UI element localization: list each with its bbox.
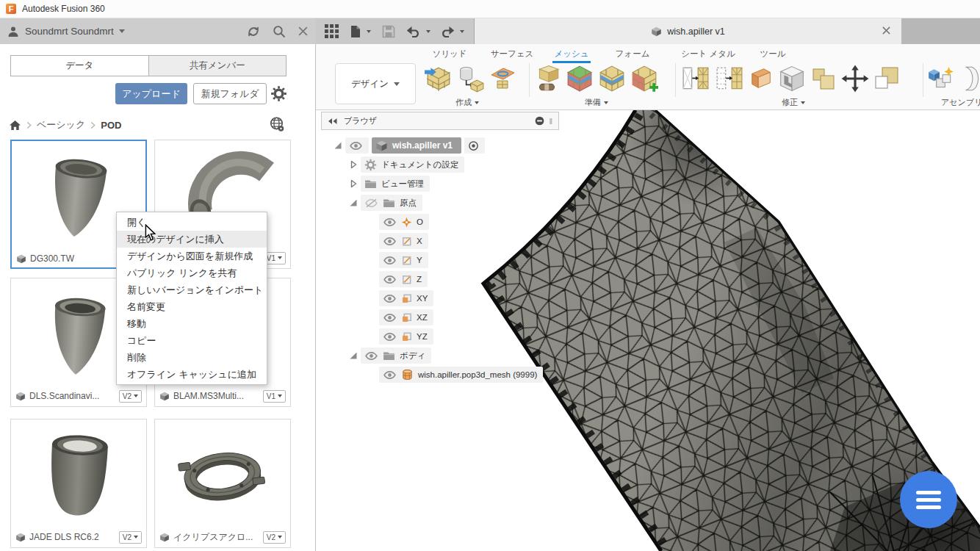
breadcrumb-pod[interactable]: POD [101,120,121,131]
visibility-eye-icon[interactable] [383,294,397,303]
ribbon-group-prepare[interactable]: 準備 [585,97,608,108]
workspace-selector-button[interactable]: デザイン [335,63,416,104]
account-name[interactable]: Soundmrt Soundmrt [25,26,114,37]
browser-row-plane-xz[interactable]: XZ [379,309,433,326]
browser-row-bodies[interactable]: ボディ [349,347,431,364]
app-grid-icon[interactable] [325,24,339,38]
menu-item-copy[interactable]: コピー [117,332,267,349]
ribbon-tab-form[interactable]: フォーム [616,48,650,60]
collapsed-triangle-icon[interactable] [349,160,358,169]
expanded-triangle-icon[interactable] [349,351,358,360]
ribbon-group-assemble[interactable]: アセンブリ [941,97,980,108]
new-folder-button[interactable]: 新規フォルダ [193,83,267,104]
design-tile-eclipse[interactable]: イクリプスアクロ... V2 [154,419,291,548]
ribbon-tab-solid[interactable]: ソリッド [432,48,466,60]
document-tab[interactable]: wish.apiller v1 [474,18,901,44]
generate-face-groups-icon[interactable] [533,65,561,93]
breadcrumb-basic[interactable]: ベーシック [37,118,85,132]
reduce-icon[interactable] [715,65,744,93]
menu-item-insert-into-design[interactable]: 現在のデザインに挿入 [117,231,267,248]
settings-gear-icon[interactable] [270,85,287,102]
visibility-eye-icon[interactable] [383,256,397,265]
browser-row-origin-point[interactable]: O [379,213,429,231]
ribbon-group-modify[interactable]: 修正 [782,97,805,108]
ribbon-group-create[interactable]: 作成 [455,97,479,108]
browser-row-axis-x[interactable]: X [379,232,428,250]
face-groups-add-icon[interactable] [630,65,658,93]
redo-chevron-down-icon[interactable] [460,30,464,33]
share-globe-icon[interactable] [269,116,285,132]
browser-row-axis-y[interactable]: Y [379,251,428,269]
create-mesh-from-body-icon[interactable] [457,65,485,93]
visibility-off-eye-icon[interactable] [364,198,378,208]
upload-button[interactable]: アップロード [115,83,187,104]
menu-item-move[interactable]: 移動 [117,315,267,332]
menu-item-rename[interactable]: 名前変更 [117,298,267,315]
refresh-icon[interactable] [246,25,261,38]
browser-row-document-settings[interactable]: ドキュメントの設定 [349,156,464,173]
version-dropdown[interactable]: V2 [119,531,142,544]
expanded-triangle-icon[interactable] [334,141,342,150]
face-groups-paint-icon[interactable] [566,65,594,93]
browser-row-root[interactable]: wish.apiller v1 [334,137,485,154]
menu-item-share-public-link[interactable]: パブリック リンクを共有 [117,264,267,281]
ribbon-tab-sheetmetal[interactable]: シート メタル [681,48,735,60]
browser-row-plane-yz[interactable]: YZ [379,328,433,345]
menu-item-import-new-version[interactable]: 新しいバージョンをインポート [117,281,267,298]
ribbon-tab-surface[interactable]: サーフェス [491,48,534,60]
collapsed-triangle-icon[interactable] [349,179,358,188]
tab-shared-members[interactable]: 共有メンバー [149,56,287,76]
new-file-chevron-down-icon[interactable] [367,30,371,33]
visibility-eye-icon[interactable] [383,217,397,227]
document-tab-close-icon[interactable] [882,26,891,35]
browser-row-view-management[interactable]: ビュー管理 [349,175,430,192]
version-dropdown[interactable]: V1 [263,390,286,403]
combine-icon[interactable] [810,65,837,93]
account-chevron-down-icon[interactable] [119,29,125,33]
collapse-browser-icon[interactable] [328,118,338,125]
browser-row-mesh-body[interactable]: wish.apiller.pop3d_mesh (9999) [379,366,543,383]
new-file-icon[interactable] [350,25,361,38]
face-groups-band-icon[interactable] [598,65,626,93]
home-icon[interactable] [9,120,21,131]
mesh-section-sketch-icon[interactable] [489,65,516,91]
browser-row-origin[interactable]: 原点 [349,194,422,212]
shell-mesh-icon[interactable] [749,65,774,93]
3d-viewport[interactable]: ブラウザ ‖ wish.apiller v1 ドキュメントの設定 [316,110,980,551]
browser-grip-handle[interactable]: ‖ [549,117,552,126]
navigation-menu-fab[interactable] [900,471,957,528]
visibility-eye-icon[interactable] [383,275,397,284]
visibility-eye-icon[interactable] [349,141,363,151]
visibility-eye-icon[interactable] [383,332,397,342]
design-tile-jade[interactable]: JADE DLS RC6.2 V2 [10,419,147,548]
version-dropdown[interactable]: V2 [263,531,286,544]
browser-row-axis-z[interactable]: Z [379,270,428,288]
new-component-icon[interactable] [927,65,955,93]
visibility-eye-icon[interactable] [383,313,397,323]
undo-chevron-down-icon[interactable] [426,30,430,33]
close-panel-icon[interactable] [298,26,309,37]
minimize-browser-icon[interactable] [535,116,544,126]
plane-cut-icon[interactable] [873,65,900,93]
joint-icon[interactable] [959,65,980,93]
version-dropdown[interactable]: V2 [119,390,142,403]
expanded-triangle-icon[interactable] [349,198,358,207]
menu-item-open[interactable]: 開く [117,214,267,231]
visibility-eye-icon[interactable] [383,370,397,380]
move-icon[interactable] [841,65,869,93]
menu-item-delete[interactable]: 削除 [117,349,267,366]
ribbon-tab-mesh[interactable]: メッシュ [554,48,588,60]
erase-fill-icon[interactable] [778,65,806,93]
menu-item-new-drawing[interactable]: デザインから図面を新規作成 [117,248,267,264]
redo-icon[interactable] [440,26,455,37]
ribbon-tab-tools[interactable]: ツール [760,48,785,60]
visibility-eye-icon[interactable] [364,351,378,361]
visibility-eye-icon[interactable] [383,237,397,246]
save-icon[interactable] [382,25,395,38]
tab-data[interactable]: データ [11,56,149,76]
search-icon[interactable] [273,25,286,38]
menu-item-add-offline-cache[interactable]: オフライン キャッシュに追加 [117,366,267,383]
browser-row-plane-xy[interactable]: XY [379,289,433,307]
insert-mesh-icon[interactable] [425,65,453,93]
activate-component-radio-icon[interactable] [468,140,479,151]
